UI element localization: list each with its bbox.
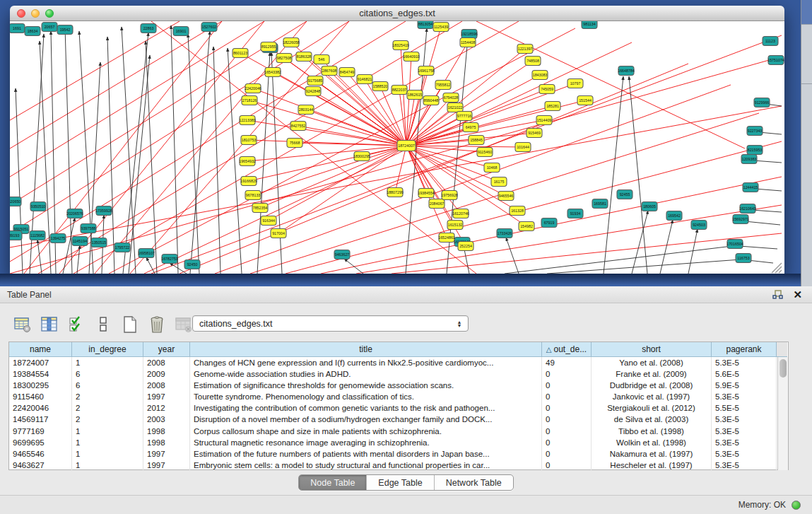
- graph-node[interactable]: 101644: [515, 143, 531, 152]
- graph-node[interactable]: 16524861: [438, 233, 455, 243]
- table-cell[interactable]: Estimation of significance thresholds fo…: [190, 380, 542, 391]
- graph-node[interactable]: 15751074: [767, 56, 784, 65]
- graph-node[interactable]: 91934: [567, 209, 583, 218]
- new-document-icon[interactable]: [120, 315, 140, 334]
- table-row[interactable]: 1938455462009Genome-wide association stu…: [9, 368, 788, 380]
- table-cell[interactable]: 1997: [143, 460, 190, 471]
- graph-node[interactable]: 19542: [57, 25, 73, 35]
- graph-node[interactable]: 18807299: [387, 188, 404, 197]
- graph-node[interactable]: 1733426: [497, 229, 512, 238]
- graph-node[interactable]: 7955812: [435, 81, 451, 90]
- graph-node[interactable]: 185281: [545, 102, 560, 111]
- graph-node[interactable]: 1810753: [241, 136, 257, 145]
- graph-node[interactable]: 64975: [463, 123, 478, 132]
- graph-node[interactable]: 92455: [617, 190, 632, 199]
- graph-node[interactable]: 19756928: [441, 191, 458, 200]
- graph-node[interactable]: 19654932: [239, 157, 256, 166]
- graph-node[interactable]: 1145194: [72, 237, 88, 246]
- graph-node[interactable]: 9146821: [357, 75, 372, 84]
- table-cell[interactable]: Franke et al. (2009): [592, 368, 712, 380]
- graph-node[interactable]: 8813054: [418, 21, 433, 29]
- graph-node[interactable]: 1843083: [532, 71, 548, 80]
- table-panel-titlebar[interactable]: Table Panel ✕: [0, 286, 812, 303]
- graph-node[interactable]: 75668: [287, 139, 302, 148]
- table-settings-icon[interactable]: [13, 315, 33, 334]
- table-cell[interactable]: 1998: [143, 437, 190, 448]
- column-header-in_degree[interactable]: in_degree: [72, 342, 143, 357]
- graph-node[interactable]: 1514409: [536, 116, 552, 125]
- column-header-title[interactable]: title: [190, 342, 542, 357]
- graph-node[interactable]: 18724007: [397, 141, 416, 151]
- graph-node[interactable]: 9397588: [81, 224, 96, 233]
- table-cell[interactable]: 5.9E-5: [712, 380, 777, 391]
- table-cell[interactable]: 5.3E-5: [712, 357, 777, 368]
- table-cell[interactable]: Stergiakouli et al. (2012): [592, 402, 712, 414]
- table-cell[interactable]: Yano et al. (2008): [592, 357, 712, 368]
- graph-node[interactable]: 16901: [173, 27, 189, 36]
- table-cell[interactable]: 1: [72, 426, 143, 437]
- float-panel-icon[interactable]: [772, 290, 783, 300]
- graph-node[interactable]: 9678133: [245, 191, 261, 200]
- table-cell[interactable]: 0: [542, 426, 592, 437]
- graph-node[interactable]: 7852354: [252, 204, 268, 213]
- graph-node[interactable]: 16175: [491, 177, 507, 187]
- table-cell[interactable]: 6: [72, 368, 143, 380]
- graph-node[interactable]: 20206576: [66, 209, 83, 218]
- table-cell[interactable]: Wolkin et al. (1998): [592, 437, 712, 448]
- graph-node[interactable]: 16961758: [418, 66, 435, 76]
- table-cell[interactable]: 5.3E-5: [712, 414, 777, 425]
- graph-node[interactable]: 8912955: [261, 42, 276, 52]
- table-cell[interactable]: 6: [72, 380, 143, 391]
- table-cell[interactable]: Structural magnetic resonance image aver…: [190, 437, 542, 448]
- table-cell[interactable]: 1998: [143, 426, 190, 437]
- column-header-short[interactable]: short: [592, 342, 712, 357]
- column-header-pagerank[interactable]: pagerank: [712, 342, 777, 357]
- graph-node[interactable]: 9463627: [334, 250, 350, 259]
- table-cell[interactable]: 9699695: [9, 437, 72, 448]
- select-rows-icon[interactable]: [66, 315, 86, 334]
- table-cell[interactable]: Dudbridge et al. (2008): [592, 380, 712, 391]
- table-cell[interactable]: 1: [72, 448, 143, 460]
- table-cell[interactable]: 2: [72, 414, 143, 425]
- window-titlebar[interactable]: citations_edges.txt: [10, 6, 784, 21]
- graph-node[interactable]: 546: [314, 55, 329, 64]
- table-cell[interactable]: Tourette syndrome. Phenomenology and cla…: [190, 391, 542, 402]
- graph-node[interactable]: 1691: [10, 24, 25, 33]
- column-header-year[interactable]: year: [143, 342, 190, 357]
- graph-node[interactable]: 915469: [526, 129, 542, 138]
- graph-node[interactable]: 9227343: [747, 127, 763, 136]
- graph-node[interactable]: 1588520: [372, 82, 388, 91]
- tab-network-table[interactable]: Network Table: [435, 475, 513, 490]
- table-cell[interactable]: 49: [542, 357, 592, 368]
- graph-node[interactable]: 18634: [25, 27, 40, 36]
- graph-node[interactable]: 11123: [763, 37, 778, 46]
- graph-node[interactable]: 18226058: [283, 38, 300, 47]
- graph-node[interactable]: 9777716: [457, 112, 472, 121]
- graph-node[interactable]: 8427552: [290, 122, 306, 131]
- table-cell[interactable]: Tibbo et al. (1998): [592, 426, 712, 437]
- table-cell[interactable]: 0: [542, 460, 592, 471]
- table-cell[interactable]: 2: [72, 402, 143, 414]
- scrollbar-thumb[interactable]: [779, 359, 787, 378]
- graph-node[interactable]: 169581: [592, 199, 608, 209]
- table-cell[interactable]: 2009: [143, 368, 190, 380]
- graph-node[interactable]: 2718126: [242, 96, 257, 105]
- table-cell[interactable]: 1: [72, 437, 143, 448]
- graph-node[interactable]: 92450: [184, 260, 200, 269]
- graph-node[interactable]: 981134: [582, 21, 597, 29]
- graph-node[interactable]: 1115682: [30, 231, 45, 240]
- table-cell[interactable]: 19384554: [9, 368, 72, 380]
- table-cell[interactable]: 1: [72, 357, 143, 368]
- graph-node[interactable]: 8822037: [392, 86, 407, 95]
- table-cell[interactable]: Changes of HCN gene expression and I(f) …: [190, 357, 542, 368]
- graph-node[interactable]: 1621022: [447, 103, 463, 112]
- graph-node[interactable]: 16543382: [264, 68, 281, 77]
- window-resize-grip[interactable]: [772, 263, 782, 273]
- table-cell[interactable]: 2008: [143, 357, 190, 368]
- graph-node[interactable]: 9465546: [498, 192, 514, 201]
- table-cell[interactable]: 0: [542, 380, 592, 391]
- graph-node[interactable]: 9115460: [477, 148, 493, 157]
- table-row[interactable]: 946554611997Estimation of the future num…: [9, 448, 788, 460]
- table-cell[interactable]: 9115460: [9, 391, 72, 402]
- graph-node[interactable]: 19384554: [418, 189, 435, 198]
